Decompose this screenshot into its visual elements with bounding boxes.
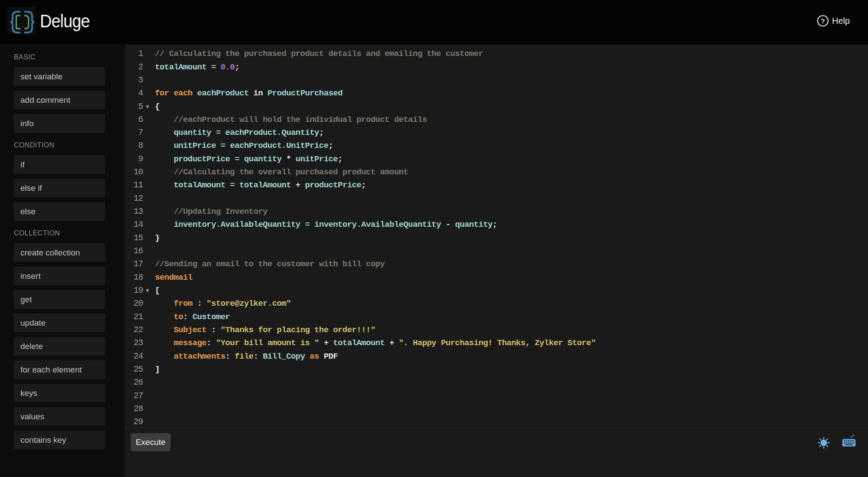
svg-text:?: ? [821, 17, 825, 25]
